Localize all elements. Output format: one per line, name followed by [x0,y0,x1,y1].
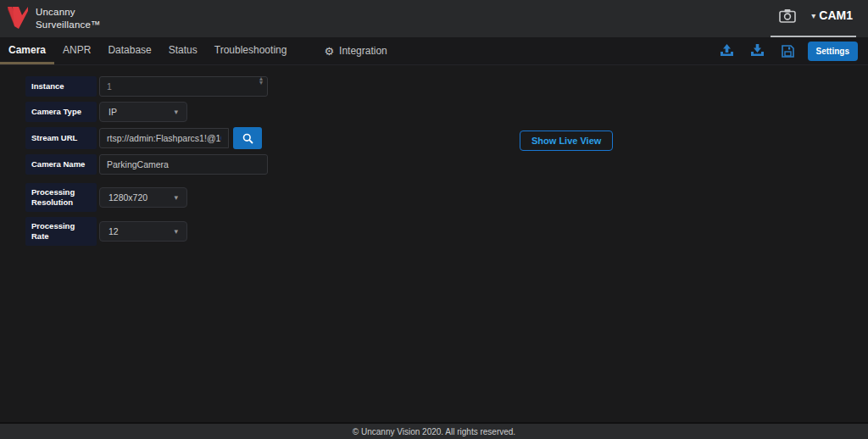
download-icon [750,44,765,58]
stream-url-input[interactable] [99,128,229,148]
tab-anpr[interactable]: ANPR [54,37,99,64]
chevron-down-icon: ▾ [174,193,178,202]
stream-url-search-button[interactable] [233,127,262,149]
processing-resolution-value: 1280x720 [108,192,147,203]
app-header: Uncanny Surveillance™ ▾ CAM1 [0,0,868,37]
chevron-down-icon: ▾ [811,11,815,20]
stepper-down-icon[interactable]: ▾ [259,81,263,86]
tab-status[interactable]: Status [160,37,206,64]
chevron-down-icon: ▾ [174,227,178,236]
processing-rate-label: Processing Rate [25,217,97,246]
brand-line2: Surveillance™ [36,19,101,31]
navbar-actions: Settings [716,37,868,64]
save-button[interactable] [777,41,799,61]
tab-database[interactable]: Database [99,37,159,64]
instance-label: Instance [25,76,97,97]
copyright-text: © Uncanny Vision 2020. All rights reserv… [353,427,515,436]
camera-type-value: IP [108,107,117,117]
settings-button[interactable]: Settings [808,42,858,61]
form-row-processing-rate: Processing Rate 12 ▾ [25,217,297,246]
chevron-down-icon: ▾ [174,108,178,116]
form-row-camera-type: Camera Type IP ▾ [25,102,297,122]
show-live-view-button[interactable]: Show Live View [520,131,613,151]
processing-resolution-label: Processing Resolution [25,183,97,212]
form-row-instance: Instance ▴ ▾ [25,76,297,97]
header-camera-group: ▾ CAM1 [771,0,856,37]
instance-input[interactable] [99,76,268,97]
brand-line1: Uncanny [36,6,101,19]
camera-type-label: Camera Type [25,102,97,122]
download-button[interactable] [747,41,769,61]
form-row-processing-resolution: Processing Resolution 1280x720 ▾ [25,183,297,212]
form-row-camera-name: Camera Name [25,154,297,175]
camera-name-label: Camera Name [25,154,97,175]
save-floppy-icon [782,45,794,58]
gear-icon: ⚙ [324,45,334,58]
search-icon [242,133,253,144]
uncanny-logo-icon [7,6,29,31]
camera-name-input[interactable] [99,154,268,175]
tab-integration[interactable]: ⚙ Integration [315,37,395,64]
page-footer: © Uncanny Vision 2020. All rights reserv… [0,422,868,439]
form-row-stream-url: Stream URL [25,127,297,149]
upload-button[interactable] [716,41,738,61]
processing-rate-value: 12 [108,226,119,236]
main-navbar: Camera ANPR Database Status Troubleshoot… [0,37,868,65]
number-stepper-icon[interactable]: ▴ ▾ [259,77,263,86]
upload-icon [720,44,734,58]
processing-resolution-select[interactable]: 1280x720 ▾ [99,187,187,208]
tab-integration-label: Integration [339,45,387,57]
brand-title: Uncanny Surveillance™ [36,6,101,31]
camera-snapshot-icon[interactable] [779,8,796,23]
camera-settings-panel: Instance ▴ ▾ Camera Type IP ▾ Stream URL [0,65,868,422]
camera-type-select[interactable]: IP ▾ [99,102,187,122]
camera-selector-value: CAM1 [819,8,853,22]
tab-camera[interactable]: Camera [0,37,54,64]
tab-troubleshooting[interactable]: Troubleshooting [206,37,296,64]
camera-selector-dropdown[interactable]: ▾ CAM1 [811,8,853,22]
processing-rate-select[interactable]: 12 ▾ [99,221,187,242]
camera-settings-form: Instance ▴ ▾ Camera Type IP ▾ Stream URL [25,76,297,251]
stream-url-label: Stream URL [25,127,97,149]
